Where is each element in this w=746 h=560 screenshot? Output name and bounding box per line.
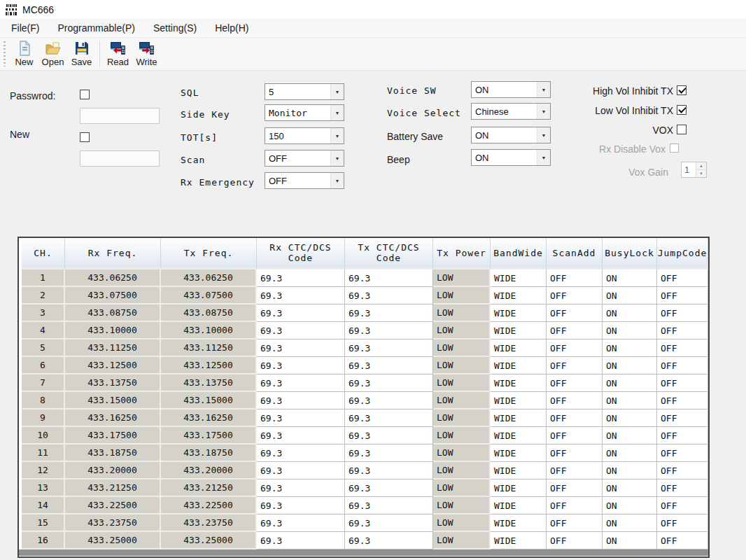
table-cell[interactable]: 433.11250 <box>65 340 161 357</box>
password-input[interactable] <box>80 108 160 124</box>
vox-checkbox[interactable] <box>677 125 687 134</box>
table-cell[interactable]: OFF <box>547 340 603 357</box>
table-cell[interactable]: 11 <box>22 444 65 462</box>
table-cell[interactable]: 15 <box>22 514 65 532</box>
table-cell[interactable]: 433.12500 <box>161 357 257 374</box>
table-cell[interactable]: 6 <box>22 357 65 374</box>
table-cell[interactable]: 433.25000 <box>65 532 161 550</box>
table-cell[interactable]: WIDE <box>491 357 547 374</box>
table-cell[interactable]: 433.17500 <box>65 427 161 444</box>
table-cell[interactable]: OFF <box>657 270 708 287</box>
table-cell[interactable]: 69.3 <box>257 532 345 550</box>
table-cell[interactable]: WIDE <box>491 374 547 392</box>
table-cell[interactable]: 12 <box>22 462 65 479</box>
table-cell[interactable]: 69.3 <box>345 514 433 532</box>
table-cell[interactable]: OFF <box>547 462 603 479</box>
voice-select-combo[interactable]: Chinese ▼ <box>471 103 551 120</box>
table-cell[interactable]: 69.3 <box>345 532 433 550</box>
table-cell[interactable]: ON <box>603 514 657 532</box>
table-cell[interactable]: 69.3 <box>345 304 433 322</box>
table-cell[interactable]: 433.11250 <box>161 340 257 357</box>
table-cell[interactable]: 69.3 <box>257 374 345 392</box>
table-cell[interactable]: 13 <box>22 479 65 497</box>
table-cell[interactable]: 433.21250 <box>65 479 161 497</box>
table-cell[interactable]: 433.22500 <box>65 497 161 514</box>
column-header-ch[interactable]: CH. <box>22 238 65 270</box>
new-password-checkbox[interactable] <box>80 132 90 142</box>
table-cell[interactable]: WIDE <box>491 427 547 444</box>
sql-combo[interactable]: 5 ▼ <box>265 83 344 100</box>
column-header-busylock[interactable]: BusyLock <box>603 238 657 270</box>
table-cell[interactable]: 433.23750 <box>65 514 161 532</box>
table-cell[interactable]: 69.3 <box>257 410 345 427</box>
table-cell[interactable]: 69.3 <box>257 479 345 497</box>
table-cell[interactable]: 433.17500 <box>161 427 257 444</box>
table-cell[interactable]: 433.13750 <box>65 374 161 392</box>
table-cell[interactable]: ON <box>603 532 657 550</box>
column-header-rx-freq[interactable]: Rx Freq. <box>65 238 161 270</box>
table-cell[interactable]: 433.06250 <box>161 270 257 287</box>
table-cell[interactable]: LOW <box>433 357 491 374</box>
table-cell[interactable]: 69.3 <box>345 479 433 497</box>
table-cell[interactable]: WIDE <box>491 479 547 497</box>
tot-combo[interactable]: 150 ▼ <box>265 127 344 144</box>
table-cell[interactable]: 69.3 <box>257 322 345 340</box>
table-cell[interactable]: OFF <box>547 427 603 444</box>
table-cell[interactable]: 433.16250 <box>161 410 257 427</box>
table-cell[interactable]: OFF <box>547 479 603 497</box>
table-cell[interactable]: 433.08750 <box>161 304 257 322</box>
table-cell[interactable]: 69.3 <box>257 304 345 322</box>
table-cell[interactable]: 69.3 <box>257 392 345 410</box>
table-cell[interactable]: OFF <box>547 357 603 374</box>
table-cell[interactable]: LOW <box>433 322 491 340</box>
table-cell[interactable]: LOW <box>433 514 491 532</box>
new-button[interactable]: New <box>10 38 38 69</box>
table-cell[interactable]: ON <box>603 497 657 514</box>
table-cell[interactable]: LOW <box>433 444 491 462</box>
table-cell[interactable]: OFF <box>657 479 708 497</box>
table-cell[interactable]: WIDE <box>491 287 547 304</box>
menu-item-setting[interactable]: Setting(S) <box>152 21 198 35</box>
table-cell[interactable]: 69.3 <box>345 462 433 479</box>
column-header-tx-power[interactable]: Tx Power <box>433 238 491 270</box>
table-cell[interactable]: 2 <box>22 287 65 304</box>
column-header-rx-ctc-dcs[interactable]: Rx CTC/DCS Code <box>257 238 345 270</box>
column-header-jumpcode[interactable]: JumpCode <box>657 238 708 270</box>
table-cell[interactable]: LOW <box>433 270 491 287</box>
table-cell[interactable]: OFF <box>547 322 603 340</box>
table-cell[interactable]: 69.3 <box>257 270 345 287</box>
table-cell[interactable]: WIDE <box>491 514 547 532</box>
table-cell[interactable]: OFF <box>657 427 708 444</box>
table-cell[interactable]: 433.15000 <box>65 392 161 410</box>
table-cell[interactable]: OFF <box>547 374 603 392</box>
table-cell[interactable]: 433.23750 <box>161 514 257 532</box>
scan-combo[interactable]: OFF ▼ <box>265 150 344 167</box>
table-cell[interactable]: 5 <box>22 340 65 357</box>
table-cell[interactable]: OFF <box>657 340 708 357</box>
table-cell[interactable]: 9 <box>22 410 65 427</box>
low-vol-inhibit-tx-checkbox[interactable] <box>677 105 687 115</box>
table-cell[interactable]: OFF <box>657 392 708 410</box>
table-cell[interactable]: 14 <box>22 497 65 514</box>
column-header-bandwide[interactable]: BandWide <box>491 238 547 270</box>
table-cell[interactable]: WIDE <box>491 304 547 322</box>
table-cell[interactable]: 433.20000 <box>65 462 161 479</box>
table-cell[interactable]: 69.3 <box>345 340 433 357</box>
open-button[interactable]: Open <box>38 38 67 69</box>
table-cell[interactable]: 4 <box>22 322 65 340</box>
column-header-scanadd[interactable]: ScanAdd <box>547 238 603 270</box>
table-cell[interactable]: 69.3 <box>345 322 433 340</box>
table-cell[interactable]: 69.3 <box>257 357 345 374</box>
table-cell[interactable]: 69.3 <box>257 427 345 444</box>
table-cell[interactable]: LOW <box>433 479 491 497</box>
menu-item-help[interactable]: Help(H) <box>213 21 250 35</box>
new-password-input[interactable] <box>80 150 160 167</box>
table-cell[interactable]: ON <box>603 462 657 479</box>
table-cell[interactable]: ON <box>603 410 657 427</box>
table-cell[interactable]: 433.22500 <box>161 497 257 514</box>
table-cell[interactable]: 433.15000 <box>161 392 257 410</box>
rx-emergency-combo[interactable]: OFF ▼ <box>265 172 344 189</box>
table-cell[interactable]: WIDE <box>491 410 547 427</box>
table-cell[interactable]: ON <box>603 374 657 392</box>
table-cell[interactable]: ON <box>603 287 657 304</box>
